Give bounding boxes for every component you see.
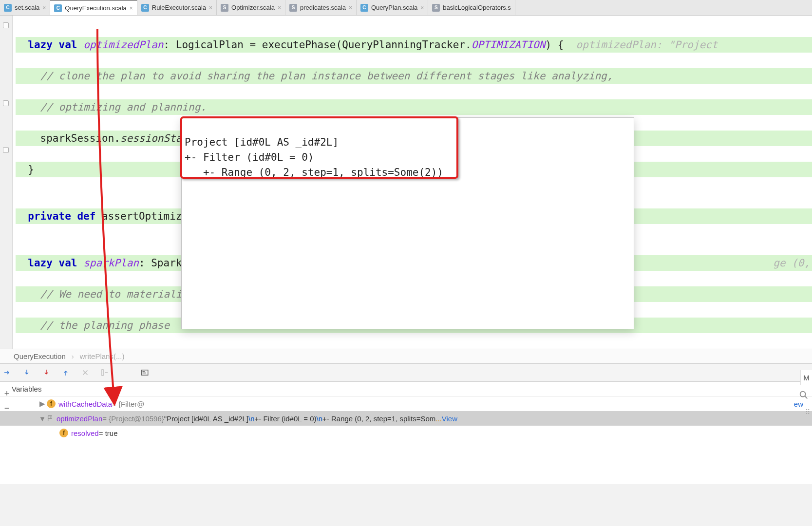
search-icon[interactable] [798,390,809,400]
variables-panel: ▶ f withCachedData = {Filter@ ew ▼ optim… [0,396,812,484]
variables-panel-header: Variables [0,382,812,396]
scala-file-icon: S [289,4,297,12]
view-link[interactable]: View [442,414,457,423]
breadcrumb[interactable]: QueryExecution › writePlans(...) [0,349,812,363]
close-icon[interactable]: × [130,5,133,12]
scala-file-icon: S [432,4,440,12]
run-to-cursor-icon[interactable] [100,368,109,377]
breadcrumb-item[interactable]: QueryExecution [14,352,66,360]
tab-label: QueryExecution.scala [65,4,126,12]
fold-icon[interactable] [3,22,9,28]
close-icon[interactable]: × [42,4,46,11]
close-icon[interactable]: × [209,4,212,11]
tab-set[interactable]: C set.scala × [0,0,50,15]
field-badge-icon: f [47,399,56,408]
variable-row-withcacheddata[interactable]: ▶ f withCachedData = {Filter@ ew [0,396,812,411]
tab-label: basicLogicalOperators.s [443,4,510,11]
expand-icon[interactable]: ▶ [38,399,47,408]
remove-watch-button[interactable]: − [2,403,12,413]
variable-row-optimizedplan[interactable]: ▼ optimizedPlan = {Project@10596} "Proje… [0,411,812,426]
tab-basiclogicaloperators[interactable]: S basicLogicalOperators.s [428,0,515,15]
resize-grip-icon[interactable]: ⠿ [805,408,810,416]
fold-icon[interactable] [3,100,9,106]
tab-predicates[interactable]: S predicates.scala × [285,0,357,15]
variable-row-resolved[interactable]: f resolved = true [0,426,812,440]
tab-queryplan[interactable]: C QueryPlan.scala × [357,0,428,15]
scala-class-icon: C [4,4,12,12]
value-tooltip: Project [id#0L AS _id#2L] +- Filter (id#… [181,117,634,329]
breadcrumb-item[interactable]: writePlans(...) [80,352,125,360]
collapse-icon[interactable]: ▼ [38,414,47,423]
scala-class-icon: C [54,4,62,12]
svg-point-1 [800,392,806,397]
step-into-icon[interactable] [22,368,31,377]
close-icon[interactable]: × [278,4,281,11]
force-step-into-icon[interactable] [42,368,51,377]
tab-strip: C set.scala × C QueryExecution.scala × C… [0,0,812,16]
add-watch-button[interactable]: + [2,389,12,398]
variables-title: Variables [12,385,41,393]
close-icon[interactable]: × [420,4,424,11]
drop-frame-icon[interactable] [81,368,90,377]
evaluate-expression-icon[interactable] [140,368,149,377]
debug-toolbar [0,363,812,382]
field-badge-icon: f [59,429,68,437]
tooltip-line: +- Filter (id#0L = 0) [185,151,314,163]
chevron-right-icon: › [72,352,74,360]
step-over-icon[interactable] [3,368,12,377]
tab-optimizer[interactable]: S Optimizer.scala × [217,0,285,15]
flag-icon [47,415,54,422]
variables-left-toolbar: + − [2,389,14,413]
tab-label: predicates.scala [300,4,346,11]
right-panel-hint[interactable]: M [800,370,812,385]
tab-queryexecution[interactable]: C QueryExecution.scala × [50,0,137,15]
tooltip-line: +- Range (0, 2, step=1, splits=Some(2)) [185,167,443,178]
close-icon[interactable]: × [349,4,352,11]
tab-label: RuleExecutor.scala [152,4,206,11]
scala-class-icon: C [360,4,368,12]
tab-ruleexecutor[interactable]: C RuleExecutor.scala × [137,0,217,15]
step-out-icon[interactable] [61,368,70,377]
tooltip-line: Project [id#0L AS _id#2L] [185,136,339,148]
tab-label: QueryPlan.scala [371,4,417,11]
editor-gutter [0,16,13,349]
tab-label: set.scala [15,4,39,11]
fold-icon[interactable] [3,147,9,153]
tab-label: Optimizer.scala [231,4,275,11]
view-link[interactable]: ew [794,400,803,408]
scala-class-icon: C [141,4,149,12]
scala-file-icon: S [221,4,228,12]
